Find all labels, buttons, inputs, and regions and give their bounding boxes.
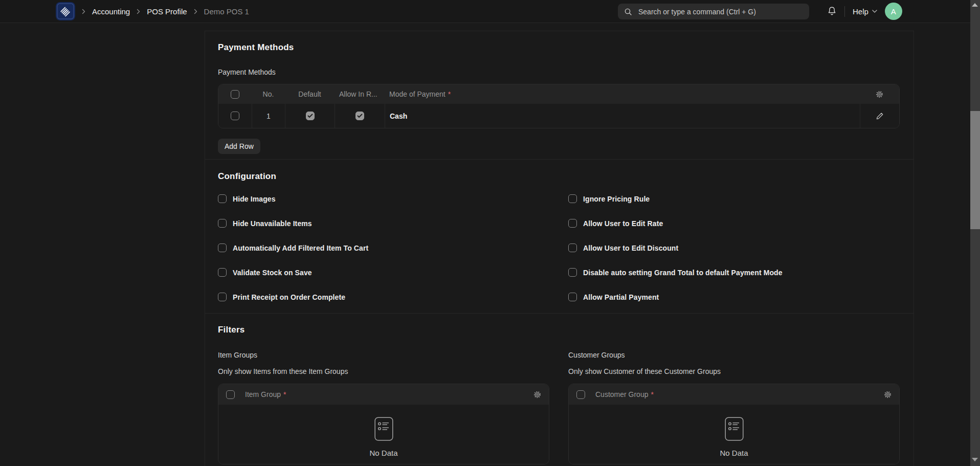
empty-list-icon: [725, 417, 744, 441]
automatically-add-filtered-item-checkbox[interactable]: [218, 243, 227, 252]
breadcrumb-accounting[interactable]: Accounting: [92, 7, 130, 16]
help-menu[interactable]: Help: [853, 7, 877, 16]
column-header-allow-in-returns: Allow In R...: [335, 90, 385, 98]
row-index[interactable]: 1: [252, 104, 285, 128]
frappe-logo-icon: [56, 2, 75, 20]
item-groups-grid: Item Group *: [218, 384, 549, 464]
item-groups-description: Only show Items from these Item Groups: [218, 367, 549, 376]
option-allow-user-to-edit-rate[interactable]: Allow User to Edit Rate: [568, 219, 900, 228]
item-groups-grid-header: Item Group *: [218, 384, 549, 405]
option-disable-auto-grand-total[interactable]: Disable auto setting Grand Total to defa…: [568, 268, 900, 277]
navbar: Accounting POS Profile Demo POS 1 Help: [0, 0, 980, 23]
required-marker: *: [448, 90, 451, 98]
row-select-checkbox[interactable]: [231, 112, 239, 120]
breadcrumb-current-document: Demo POS 1: [204, 7, 249, 16]
section-divider: [205, 159, 914, 160]
payment-method-row: 1 Cash: [218, 104, 899, 128]
payment-methods-grid: No. Default Allow In R... Mode of Paymen…: [218, 84, 900, 128]
option-allow-user-to-edit-discount[interactable]: Allow User to Edit Discount: [568, 243, 900, 252]
mode-of-payment-value[interactable]: Cash: [390, 112, 407, 120]
add-row-button[interactable]: Add Row: [218, 139, 260, 154]
option-hide-images[interactable]: Hide Images: [218, 194, 549, 203]
form-scroll-area: Payment Methods Payment Methods No. Defa…: [0, 23, 980, 466]
no-data-label: No Data: [369, 449, 397, 457]
item-groups-field: Item Groups Only show Items from these I…: [218, 351, 549, 464]
customer-groups-field: Customer Groups Only show Customer of th…: [568, 351, 900, 464]
form-card: Payment Methods Payment Methods No. Defa…: [205, 31, 914, 466]
payment-methods-field-label: Payment Methods: [218, 68, 900, 77]
search-icon: [624, 8, 632, 16]
navbar-right-cluster: Help A: [827, 0, 902, 23]
search-input[interactable]: [637, 7, 803, 16]
hide-unavailable-items-checkbox[interactable]: [218, 219, 227, 228]
select-all-checkbox[interactable]: [231, 90, 239, 99]
user-avatar[interactable]: A: [885, 3, 902, 20]
payment-methods-grid-header: No. Default Allow In R... Mode of Paymen…: [218, 84, 899, 104]
chevron-right-icon: [137, 9, 140, 14]
grid-settings-gear-icon[interactable]: [533, 390, 542, 399]
section-title-configuration: Configuration: [218, 170, 900, 183]
empty-list-icon: [374, 417, 393, 441]
default-checkbox-checked[interactable]: [306, 112, 315, 120]
scroll-up-arrow[interactable]: [972, 3, 978, 7]
ignore-pricing-rule-checkbox[interactable]: [568, 194, 577, 203]
column-header-no: No.: [252, 90, 285, 98]
breadcrumb: Accounting POS Profile Demo POS 1: [56, 0, 249, 23]
customer-groups-description: Only show Customer of these Customer Gro…: [568, 367, 900, 376]
configuration-options: Hide Images Ignore Pricing Rule Hide Una…: [218, 194, 900, 301]
scrollbar-thumb[interactable]: [970, 111, 980, 229]
chevron-down-icon: [872, 10, 877, 13]
hide-images-checkbox[interactable]: [218, 194, 227, 203]
option-allow-partial-payment[interactable]: Allow Partial Payment: [568, 293, 900, 301]
item-groups-empty-state: No Data: [218, 405, 549, 464]
option-validate-stock-on-save[interactable]: Validate Stock on Save: [218, 268, 549, 277]
vertical-scrollbar[interactable]: [970, 0, 980, 466]
allow-in-returns-checkbox-checked[interactable]: [355, 112, 364, 120]
option-print-receipt-on-order-complete[interactable]: Print Receipt on Order Complete: [218, 293, 549, 301]
no-data-label: No Data: [720, 449, 748, 457]
app-logo[interactable]: [56, 2, 75, 20]
column-header-customer-group: Customer Group *: [595, 390, 654, 398]
option-automatically-add-filtered-item[interactable]: Automatically Add Filtered Item To Cart: [218, 243, 549, 252]
item-groups-label: Item Groups: [218, 351, 549, 360]
column-header-item-group: Item Group *: [245, 390, 286, 398]
option-hide-unavailable-items[interactable]: Hide Unavailable Items: [218, 219, 549, 228]
navbar-divider: [844, 6, 845, 17]
customer-groups-empty-state: No Data: [569, 405, 899, 464]
column-header-mode-of-payment: Mode of Payment *: [385, 90, 860, 98]
global-search[interactable]: [618, 4, 809, 19]
column-header-default: Default: [285, 90, 335, 98]
breadcrumb-pos-profile[interactable]: POS Profile: [147, 7, 187, 16]
disable-auto-grand-total-checkbox[interactable]: [568, 268, 577, 277]
customer-groups-grid-header: Customer Group *: [569, 384, 899, 405]
chevron-right-icon: [194, 9, 197, 14]
edit-row-pencil-icon[interactable]: [876, 112, 884, 120]
grid-settings-gear-icon[interactable]: [883, 390, 892, 399]
allow-partial-payment-checkbox[interactable]: [568, 293, 577, 301]
required-marker: *: [651, 390, 653, 398]
required-marker: *: [283, 390, 286, 398]
allow-user-to-edit-rate-checkbox[interactable]: [568, 219, 577, 228]
filters-columns: Item Groups Only show Items from these I…: [218, 351, 900, 464]
section-title-filters: Filters: [218, 324, 900, 336]
section-title-payment-methods: Payment Methods: [218, 41, 900, 54]
scroll-down-arrow[interactable]: [972, 458, 978, 461]
option-ignore-pricing-rule[interactable]: Ignore Pricing Rule: [568, 194, 900, 203]
chevron-right-icon: [82, 9, 85, 14]
grid-settings-gear-icon[interactable]: [875, 90, 884, 99]
select-all-checkbox[interactable]: [226, 390, 235, 399]
section-divider: [205, 313, 914, 314]
customer-groups-grid: Customer Group *: [568, 384, 900, 464]
validate-stock-on-save-checkbox[interactable]: [218, 268, 227, 277]
print-receipt-checkbox[interactable]: [218, 293, 227, 301]
notifications-bell-icon[interactable]: [827, 6, 837, 16]
allow-user-to-edit-discount-checkbox[interactable]: [568, 243, 577, 252]
help-label: Help: [853, 7, 868, 16]
select-all-checkbox[interactable]: [576, 390, 585, 399]
customer-groups-label: Customer Groups: [568, 351, 900, 360]
